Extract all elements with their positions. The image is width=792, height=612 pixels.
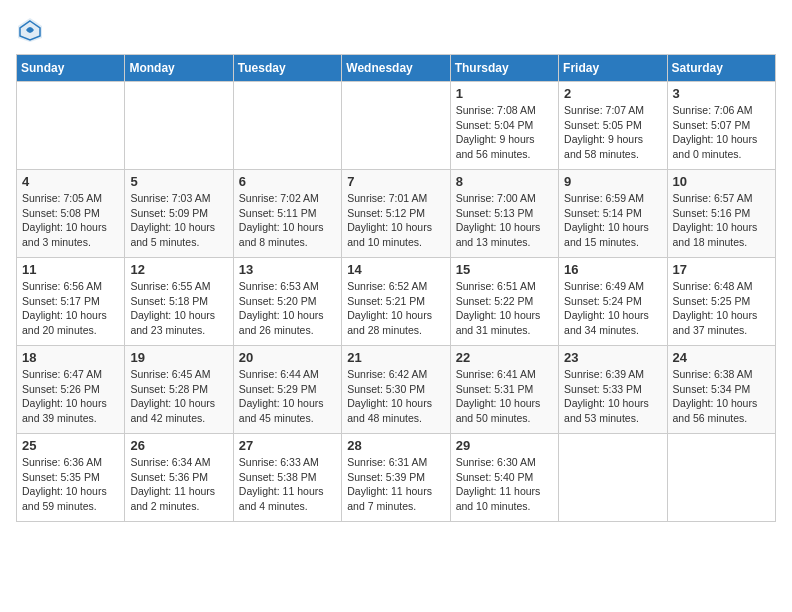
day-number: 27 <box>239 438 336 453</box>
calendar-cell: 10Sunrise: 6:57 AM Sunset: 5:16 PM Dayli… <box>667 170 775 258</box>
day-info: Sunrise: 6:30 AM Sunset: 5:40 PM Dayligh… <box>456 455 553 514</box>
calendar-cell: 21Sunrise: 6:42 AM Sunset: 5:30 PM Dayli… <box>342 346 450 434</box>
calendar-cell: 29Sunrise: 6:30 AM Sunset: 5:40 PM Dayli… <box>450 434 558 522</box>
calendar-cell <box>125 82 233 170</box>
calendar-cell <box>17 82 125 170</box>
day-header-thursday: Thursday <box>450 55 558 82</box>
calendar-cell: 3Sunrise: 7:06 AM Sunset: 5:07 PM Daylig… <box>667 82 775 170</box>
week-row-3: 18Sunrise: 6:47 AM Sunset: 5:26 PM Dayli… <box>17 346 776 434</box>
day-info: Sunrise: 6:48 AM Sunset: 5:25 PM Dayligh… <box>673 279 770 338</box>
day-number: 17 <box>673 262 770 277</box>
day-header-sunday: Sunday <box>17 55 125 82</box>
calendar-cell: 27Sunrise: 6:33 AM Sunset: 5:38 PM Dayli… <box>233 434 341 522</box>
calendar-cell <box>667 434 775 522</box>
calendar-table: SundayMondayTuesdayWednesdayThursdayFrid… <box>16 54 776 522</box>
week-row-1: 4Sunrise: 7:05 AM Sunset: 5:08 PM Daylig… <box>17 170 776 258</box>
day-info: Sunrise: 7:07 AM Sunset: 5:05 PM Dayligh… <box>564 103 661 162</box>
day-info: Sunrise: 6:33 AM Sunset: 5:38 PM Dayligh… <box>239 455 336 514</box>
calendar-cell: 9Sunrise: 6:59 AM Sunset: 5:14 PM Daylig… <box>559 170 667 258</box>
day-info: Sunrise: 6:55 AM Sunset: 5:18 PM Dayligh… <box>130 279 227 338</box>
day-info: Sunrise: 7:01 AM Sunset: 5:12 PM Dayligh… <box>347 191 444 250</box>
day-number: 29 <box>456 438 553 453</box>
calendar-cell: 2Sunrise: 7:07 AM Sunset: 5:05 PM Daylig… <box>559 82 667 170</box>
calendar-cell: 17Sunrise: 6:48 AM Sunset: 5:25 PM Dayli… <box>667 258 775 346</box>
calendar-cell: 14Sunrise: 6:52 AM Sunset: 5:21 PM Dayli… <box>342 258 450 346</box>
day-info: Sunrise: 6:57 AM Sunset: 5:16 PM Dayligh… <box>673 191 770 250</box>
day-info: Sunrise: 7:00 AM Sunset: 5:13 PM Dayligh… <box>456 191 553 250</box>
calendar-cell: 5Sunrise: 7:03 AM Sunset: 5:09 PM Daylig… <box>125 170 233 258</box>
day-number: 19 <box>130 350 227 365</box>
day-info: Sunrise: 6:51 AM Sunset: 5:22 PM Dayligh… <box>456 279 553 338</box>
logo <box>16 16 46 44</box>
day-header-wednesday: Wednesday <box>342 55 450 82</box>
day-number: 16 <box>564 262 661 277</box>
day-info: Sunrise: 6:53 AM Sunset: 5:20 PM Dayligh… <box>239 279 336 338</box>
calendar-cell: 26Sunrise: 6:34 AM Sunset: 5:36 PM Dayli… <box>125 434 233 522</box>
calendar-cell <box>342 82 450 170</box>
day-number: 20 <box>239 350 336 365</box>
calendar-cell: 15Sunrise: 6:51 AM Sunset: 5:22 PM Dayli… <box>450 258 558 346</box>
day-info: Sunrise: 6:59 AM Sunset: 5:14 PM Dayligh… <box>564 191 661 250</box>
calendar-cell: 13Sunrise: 6:53 AM Sunset: 5:20 PM Dayli… <box>233 258 341 346</box>
calendar-cell: 8Sunrise: 7:00 AM Sunset: 5:13 PM Daylig… <box>450 170 558 258</box>
day-info: Sunrise: 6:34 AM Sunset: 5:36 PM Dayligh… <box>130 455 227 514</box>
day-info: Sunrise: 6:38 AM Sunset: 5:34 PM Dayligh… <box>673 367 770 426</box>
day-number: 22 <box>456 350 553 365</box>
day-number: 11 <box>22 262 119 277</box>
day-info: Sunrise: 6:56 AM Sunset: 5:17 PM Dayligh… <box>22 279 119 338</box>
day-number: 25 <box>22 438 119 453</box>
logo-icon <box>16 16 44 44</box>
calendar-cell <box>559 434 667 522</box>
calendar-cell: 16Sunrise: 6:49 AM Sunset: 5:24 PM Dayli… <box>559 258 667 346</box>
calendar-cell: 12Sunrise: 6:55 AM Sunset: 5:18 PM Dayli… <box>125 258 233 346</box>
day-info: Sunrise: 7:05 AM Sunset: 5:08 PM Dayligh… <box>22 191 119 250</box>
day-number: 24 <box>673 350 770 365</box>
calendar-cell: 4Sunrise: 7:05 AM Sunset: 5:08 PM Daylig… <box>17 170 125 258</box>
day-info: Sunrise: 6:49 AM Sunset: 5:24 PM Dayligh… <box>564 279 661 338</box>
day-info: Sunrise: 6:42 AM Sunset: 5:30 PM Dayligh… <box>347 367 444 426</box>
day-number: 5 <box>130 174 227 189</box>
day-number: 23 <box>564 350 661 365</box>
day-number: 7 <box>347 174 444 189</box>
day-info: Sunrise: 7:06 AM Sunset: 5:07 PM Dayligh… <box>673 103 770 162</box>
calendar-cell: 23Sunrise: 6:39 AM Sunset: 5:33 PM Dayli… <box>559 346 667 434</box>
day-number: 6 <box>239 174 336 189</box>
calendar-cell: 19Sunrise: 6:45 AM Sunset: 5:28 PM Dayli… <box>125 346 233 434</box>
day-info: Sunrise: 7:03 AM Sunset: 5:09 PM Dayligh… <box>130 191 227 250</box>
days-header-row: SundayMondayTuesdayWednesdayThursdayFrid… <box>17 55 776 82</box>
day-info: Sunrise: 6:52 AM Sunset: 5:21 PM Dayligh… <box>347 279 444 338</box>
week-row-0: 1Sunrise: 7:08 AM Sunset: 5:04 PM Daylig… <box>17 82 776 170</box>
day-info: Sunrise: 6:36 AM Sunset: 5:35 PM Dayligh… <box>22 455 119 514</box>
day-info: Sunrise: 6:41 AM Sunset: 5:31 PM Dayligh… <box>456 367 553 426</box>
day-number: 3 <box>673 86 770 101</box>
day-header-friday: Friday <box>559 55 667 82</box>
calendar-cell: 20Sunrise: 6:44 AM Sunset: 5:29 PM Dayli… <box>233 346 341 434</box>
calendar-cell <box>233 82 341 170</box>
week-row-2: 11Sunrise: 6:56 AM Sunset: 5:17 PM Dayli… <box>17 258 776 346</box>
calendar-cell: 7Sunrise: 7:01 AM Sunset: 5:12 PM Daylig… <box>342 170 450 258</box>
day-info: Sunrise: 7:02 AM Sunset: 5:11 PM Dayligh… <box>239 191 336 250</box>
day-info: Sunrise: 6:45 AM Sunset: 5:28 PM Dayligh… <box>130 367 227 426</box>
day-header-tuesday: Tuesday <box>233 55 341 82</box>
day-number: 18 <box>22 350 119 365</box>
day-number: 8 <box>456 174 553 189</box>
day-number: 26 <box>130 438 227 453</box>
page-header <box>16 16 776 44</box>
calendar-cell: 18Sunrise: 6:47 AM Sunset: 5:26 PM Dayli… <box>17 346 125 434</box>
day-number: 15 <box>456 262 553 277</box>
day-info: Sunrise: 7:08 AM Sunset: 5:04 PM Dayligh… <box>456 103 553 162</box>
day-info: Sunrise: 6:44 AM Sunset: 5:29 PM Dayligh… <box>239 367 336 426</box>
calendar-cell: 24Sunrise: 6:38 AM Sunset: 5:34 PM Dayli… <box>667 346 775 434</box>
day-header-monday: Monday <box>125 55 233 82</box>
day-number: 14 <box>347 262 444 277</box>
calendar-cell: 22Sunrise: 6:41 AM Sunset: 5:31 PM Dayli… <box>450 346 558 434</box>
day-info: Sunrise: 6:31 AM Sunset: 5:39 PM Dayligh… <box>347 455 444 514</box>
day-info: Sunrise: 6:39 AM Sunset: 5:33 PM Dayligh… <box>564 367 661 426</box>
calendar-cell: 11Sunrise: 6:56 AM Sunset: 5:17 PM Dayli… <box>17 258 125 346</box>
day-info: Sunrise: 6:47 AM Sunset: 5:26 PM Dayligh… <box>22 367 119 426</box>
calendar-cell: 6Sunrise: 7:02 AM Sunset: 5:11 PM Daylig… <box>233 170 341 258</box>
calendar-cell: 28Sunrise: 6:31 AM Sunset: 5:39 PM Dayli… <box>342 434 450 522</box>
day-number: 12 <box>130 262 227 277</box>
day-number: 1 <box>456 86 553 101</box>
week-row-4: 25Sunrise: 6:36 AM Sunset: 5:35 PM Dayli… <box>17 434 776 522</box>
